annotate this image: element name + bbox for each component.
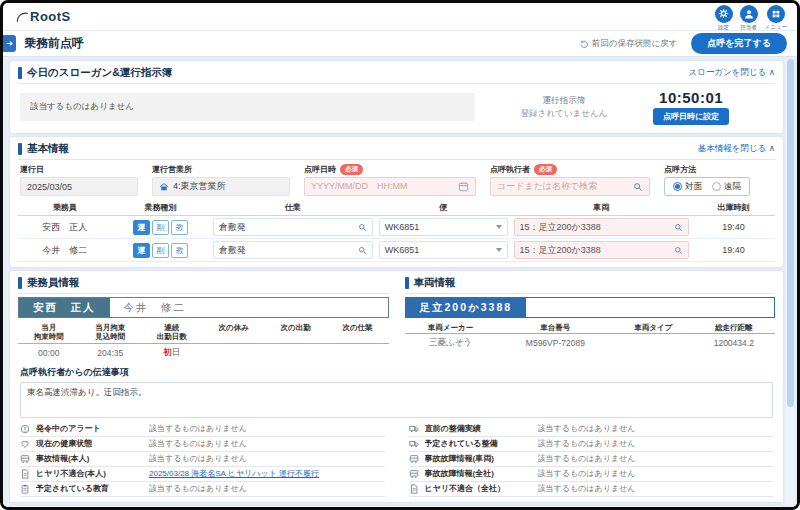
depart-time: 19:40 bbox=[692, 239, 775, 262]
executor-label: 点呼執行者 bbox=[490, 164, 530, 175]
list-item: ヒヤリ不適合（全社） 該当するものはありません bbox=[409, 482, 774, 497]
type-sub-button[interactable]: 副 bbox=[152, 243, 169, 258]
office-field[interactable]: 4:東京営業所 bbox=[152, 177, 290, 196]
list-item: 予定されている教育 該当するものはありません bbox=[20, 482, 385, 497]
type-other-button[interactable]: 教 bbox=[171, 243, 188, 258]
basic-info-title: 基本情報 bbox=[27, 142, 69, 156]
nearmiss-link[interactable]: 2025/03/28 海老名SA ヒヤリハット 運行不履行 bbox=[149, 468, 319, 479]
menu-button[interactable]: メニュー bbox=[765, 5, 787, 31]
type-button-group: 運副教 bbox=[133, 243, 188, 258]
rollcall-method-group: 対面 遠隔 bbox=[664, 177, 750, 196]
list-item: 事故故障情報(全社) 該当するものはありません bbox=[409, 467, 774, 482]
list-item: 事故情報(本人) 該当するものはありません bbox=[20, 452, 385, 467]
slogan-section: 今日のスローガン&運行指示簿 スローガンを閉じる ∧ 該当するものはありません … bbox=[10, 61, 783, 133]
page-scrollbar[interactable] bbox=[786, 59, 795, 505]
alert-lists: 発令中のアラート 該当するものはありません 現在の健康状態 該当するものはありま… bbox=[18, 420, 775, 497]
restore-previous-button[interactable]: 前回の保存状態に戻す bbox=[573, 37, 684, 51]
search-icon[interactable] bbox=[358, 246, 367, 255]
vehicle-search-field[interactable]: 15：足立200か3388 bbox=[514, 241, 689, 259]
col-service: 便 bbox=[376, 200, 511, 216]
type-other-button[interactable]: 教 bbox=[171, 220, 188, 235]
truck-icon bbox=[409, 439, 420, 449]
slogan-empty-box: 該当するものはありません bbox=[20, 93, 475, 121]
crew-tab-anzai[interactable]: 安西 正人 bbox=[19, 298, 110, 317]
vehicle-search-field[interactable]: 15：足立200か3388 bbox=[514, 218, 689, 236]
chevron-down-icon bbox=[496, 248, 502, 252]
vehicle-stats-table: 車両メーカー 車台番号 車両タイプ 総走行距離 三菱ふそう M596VP-720… bbox=[405, 322, 776, 350]
detail-section: 乗務員情報 安西 正人 今井 修二 当月拘束時間 当月拘束見込時間 連続出勤日数… bbox=[10, 271, 783, 502]
set-rollcall-time-button[interactable]: 点呼日時に設定 bbox=[653, 108, 729, 125]
type-button-group: 運副教 bbox=[133, 220, 188, 235]
slogan-section-title: 今日のスローガン&運行指示簿 bbox=[27, 66, 172, 80]
sidebar-expand-icon[interactable]: ➜ bbox=[3, 35, 16, 52]
operation-date-label: 運行日 bbox=[20, 164, 138, 175]
crew-tabs: 安西 正人 今井 修二 bbox=[18, 297, 389, 318]
type-driver-button[interactable]: 運 bbox=[133, 220, 150, 235]
header-icon-group: 設定 担当者 メニュー bbox=[715, 3, 787, 31]
consecutive-days: 初日 bbox=[141, 343, 203, 360]
duty-search-field[interactable]: 倉敷発 bbox=[213, 241, 373, 259]
user-avatar bbox=[740, 5, 758, 23]
section-accent-bar bbox=[18, 277, 22, 289]
chassis-number: M596VP-72089 bbox=[497, 334, 615, 351]
search-icon[interactable] bbox=[674, 223, 683, 232]
alert-list-left: 発令中のアラート 該当するものはありません 現在の健康状態 該当するものはありま… bbox=[20, 422, 385, 497]
complete-rollcall-button[interactable]: 点呼を完了する bbox=[691, 33, 787, 54]
col-type: 業務種別 bbox=[111, 200, 210, 216]
search-icon[interactable] bbox=[674, 246, 683, 255]
crew-row: 今井 修二 運副教 倉敷発 WK6851 15：足立200か3388 19:40 bbox=[18, 239, 775, 262]
search-icon[interactable] bbox=[633, 182, 643, 192]
rollcall-datetime-input[interactable]: YYYY/MM/DD HH:MM bbox=[304, 177, 476, 196]
col-depart: 出庫時刻 bbox=[692, 200, 775, 216]
basic-info-collapse-link[interactable]: 基本情報を閉じる ∧ bbox=[698, 143, 775, 155]
scrollbar-thumb[interactable] bbox=[787, 59, 794, 407]
crew-name: 安西 正人 bbox=[18, 216, 111, 239]
settings-button[interactable]: 設定 bbox=[715, 5, 733, 31]
crew-name: 今井 修二 bbox=[18, 239, 111, 262]
monthly-expected-hours: 204:35 bbox=[80, 343, 142, 360]
list-item: ヒヤリ不適合(本人) 2025/03/28 海老名SA ヒヤリハット 運行不履行 bbox=[20, 467, 385, 482]
undo-icon bbox=[579, 39, 589, 49]
duty-search-field[interactable]: 倉敷発 bbox=[213, 218, 373, 236]
crew-tab-imai[interactable]: 今井 修二 bbox=[110, 298, 201, 317]
executor-message-block: 点呼執行者からの伝達事項 東名高速渋滞あり。迂回指示。 bbox=[18, 360, 775, 420]
roots-logo: RootS bbox=[15, 9, 71, 24]
vehicle-info-title: 車両情報 bbox=[414, 276, 456, 290]
col-vehicle: 車両 bbox=[511, 200, 692, 216]
section-accent-bar bbox=[18, 67, 22, 79]
page-title-bar: ➜ 乗務前点呼 前回の保存状態に戻す 点呼を完了する bbox=[3, 30, 797, 57]
office-label: 運行営業所 bbox=[152, 164, 290, 175]
chevron-down-icon bbox=[496, 225, 502, 229]
slogan-collapse-link[interactable]: スローガンを閉じる ∧ bbox=[689, 67, 775, 79]
search-icon[interactable] bbox=[358, 223, 367, 232]
list-item: 予定されている整備 該当するものはありません bbox=[409, 437, 774, 452]
clipboard-icon bbox=[20, 484, 31, 494]
vehicle-tab[interactable]: 足立200か3388 bbox=[406, 298, 527, 317]
method-option-taimen[interactable]: 対面 bbox=[673, 181, 702, 193]
service-select[interactable]: WK6851 bbox=[379, 218, 508, 236]
operation-date-field: 2025/03/05 bbox=[20, 177, 138, 196]
service-select[interactable]: WK6851 bbox=[379, 241, 508, 259]
list-item: 事故故障情報(車両) 該当するものはありません bbox=[409, 452, 774, 467]
bus-icon bbox=[20, 454, 31, 464]
message-textarea[interactable]: 東名高速渋滞あり。迂回指示。 bbox=[20, 382, 773, 418]
type-driver-button[interactable]: 運 bbox=[133, 243, 150, 258]
section-accent-bar bbox=[405, 277, 409, 289]
app-header: RootS 設定 担当者 メニュー bbox=[3, 3, 797, 30]
user-avatar-button[interactable]: 担当者 bbox=[740, 5, 758, 31]
executor-search-input[interactable]: コードまたは名称で検索 bbox=[490, 177, 650, 196]
doc-icon bbox=[20, 469, 31, 479]
crew-row: 安西 正人 運副教 倉敷発 WK6851 15：足立200か3388 19:40 bbox=[18, 216, 775, 239]
basic-info-section: 基本情報 基本情報を閉じる ∧ 運行日 2025/03/05 運行営業所 4:東… bbox=[10, 137, 783, 267]
health-icon bbox=[20, 439, 31, 449]
menu-icon bbox=[767, 5, 785, 23]
required-badge: 必須 bbox=[534, 164, 557, 175]
type-sub-button[interactable]: 副 bbox=[152, 220, 169, 235]
bus-icon bbox=[409, 469, 420, 479]
app-window: RootS 設定 担当者 メニュー bbox=[0, 0, 800, 510]
vehicle-maker: 三菱ふそう bbox=[405, 334, 497, 351]
calendar-icon[interactable] bbox=[458, 181, 469, 192]
method-option-enkaku[interactable]: 遠隔 bbox=[712, 181, 741, 193]
list-item: 直前の整備実績 該当するものはありません bbox=[409, 422, 774, 437]
alert-list-right: 直前の整備実績 該当するものはありません 予定されている整備 該当するものはあり… bbox=[409, 422, 774, 497]
